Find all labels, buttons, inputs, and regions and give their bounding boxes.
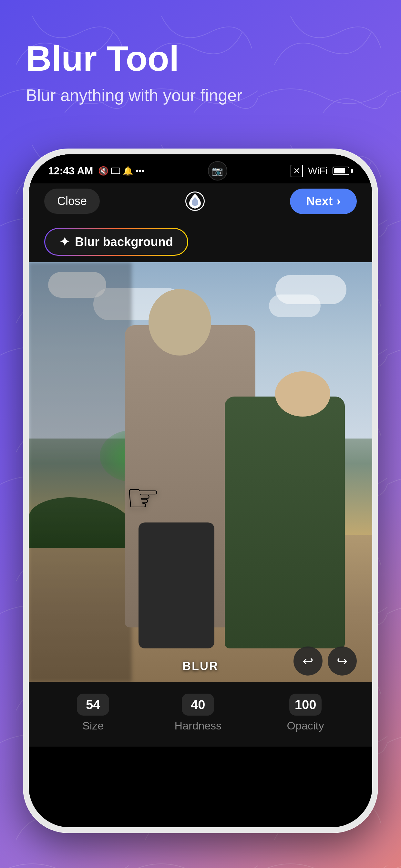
phone-mockup: 12:43 AM 🔇 🔔 ••• 📷 ✕ WiFi	[23, 149, 378, 833]
hardness-value: 40	[182, 693, 214, 716]
photo-canvas: ☞ BLUR ↩ ↪	[29, 262, 372, 682]
app-toolbar: Close Next ›	[29, 183, 372, 219]
page-subtitle: Blur anything with your finger	[26, 86, 243, 105]
size-value: 54	[77, 693, 109, 716]
app-logo	[185, 191, 205, 211]
cancel-icon: ✕	[290, 165, 303, 177]
blur-mode-label: BLUR	[182, 659, 219, 673]
battery-indicator	[333, 166, 353, 175]
close-button[interactable]: Close	[44, 189, 100, 214]
person-front-body	[225, 397, 345, 648]
sparkle-icon: ✦	[59, 235, 70, 249]
next-button[interactable]: Next ›	[290, 189, 357, 214]
notification-icon: 🔔	[123, 166, 133, 176]
redo-icon: ↪	[337, 654, 348, 669]
screen-icon	[111, 167, 120, 174]
status-time-area: 12:43 AM 🔇 🔔 •••	[48, 165, 145, 177]
blur-bg-chip: ✦ Blur background	[45, 229, 187, 255]
blur-overlay	[29, 262, 132, 682]
opacity-label: Opacity	[287, 719, 324, 732]
backpack	[138, 523, 214, 648]
person-back-head	[149, 289, 211, 355]
header-section: Blur Tool Blur anything with your finger	[26, 39, 243, 105]
phone-outer-shell: 12:43 AM 🔇 🔔 ••• 📷 ✕ WiFi	[23, 149, 378, 833]
more-icon: •••	[135, 166, 144, 176]
wifi-icon: WiFi	[308, 165, 328, 176]
action-buttons: ↩ ↪	[294, 647, 357, 676]
hardness-label: Hardness	[175, 719, 222, 732]
redo-button[interactable]: ↪	[328, 647, 357, 676]
blur-bg-label: Blur background	[75, 235, 173, 249]
photo-editing-area[interactable]: ☞ BLUR ↩ ↪	[29, 262, 372, 682]
cloud-4	[269, 294, 320, 317]
hardness-control[interactable]: 40 Hardness	[175, 693, 222, 732]
chip-area: ✦ Blur background	[29, 219, 372, 262]
size-control[interactable]: 54 Size	[77, 693, 109, 732]
size-label: Size	[82, 719, 104, 732]
status-bar: 12:43 AM 🔇 🔔 ••• 📷 ✕ WiFi	[29, 154, 372, 183]
opacity-value: 100	[289, 693, 321, 716]
status-right-icons: ✕ WiFi	[290, 165, 353, 177]
status-icons: 🔇 🔔 •••	[98, 166, 144, 176]
next-label: Next	[306, 194, 333, 208]
bottom-controls-bar: 54 Size 40 Hardness 100 Opacity	[29, 682, 372, 747]
mute-icon: 🔇	[98, 166, 109, 176]
phone-screen: 12:43 AM 🔇 🔔 ••• 📷 ✕ WiFi	[29, 154, 372, 827]
next-arrow-icon: ›	[336, 194, 341, 208]
cursor-hand-icon: ☞	[126, 475, 160, 520]
undo-icon: ↩	[303, 654, 313, 669]
status-time: 12:43 AM	[48, 165, 93, 177]
undo-button[interactable]: ↩	[294, 647, 322, 676]
blur-bg-chip-wrapper[interactable]: ✦ Blur background	[44, 228, 188, 256]
camera-pill: 📷	[208, 161, 227, 181]
page-title: Blur Tool	[26, 39, 243, 78]
person-front-head	[275, 371, 330, 416]
opacity-control[interactable]: 100 Opacity	[287, 693, 324, 732]
